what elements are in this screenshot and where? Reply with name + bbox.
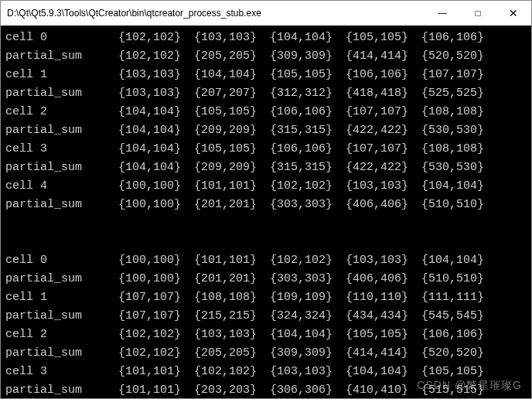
cell-value: {309,309} [270, 344, 346, 363]
close-button[interactable]: ✕ [496, 1, 531, 26]
cell-value: {106,106} [270, 140, 346, 159]
row-label: partial_sum [5, 196, 118, 214]
cell-value: {107,107} [421, 66, 497, 84]
cell-value: {105,105} [194, 140, 270, 159]
row-label: partial_sum [5, 159, 118, 177]
cell-value: {406,406} [346, 196, 421, 214]
row-label: partial_sum [5, 381, 118, 398]
cell-value: {102,102} [118, 29, 194, 47]
window-title: D:\Qt\Qt5.9.3\Tools\QtCreator\bin\qtcrea… [7, 8, 425, 19]
cell-value: {303,303} [270, 196, 346, 214]
window-controls: — □ ✕ [425, 1, 531, 26]
cell-value: {102,102} [118, 344, 194, 363]
cell-value: {105,105} [270, 66, 346, 84]
app-window: D:\Qt\Qt5.9.3\Tools\QtCreator\bin\qtcrea… [0, 0, 532, 399]
cell-value: {110,110} [346, 288, 421, 307]
row-values: {104,104}{105,105}{106,106}{107,107}{108… [118, 103, 497, 121]
cell-value: {100,100} [118, 196, 194, 214]
row-values: {100,100}{101,101}{102,102}{103,103}{104… [118, 251, 497, 270]
row-label: partial_sum [5, 307, 118, 326]
output-row: cell 1{107,107}{108,108}{109,109}{110,11… [5, 288, 527, 307]
output-row: cell 1{103,103}{104,104}{105,105}{106,10… [5, 66, 527, 84]
cell-value: {107,107} [118, 307, 194, 326]
cell-value: {303,303} [270, 270, 346, 288]
cell-value: {105,105} [346, 326, 421, 344]
cell-value: {102,102} [270, 251, 346, 270]
cell-value: {434,434} [346, 307, 421, 326]
cell-value: {106,106} [270, 103, 346, 121]
cell-value: {203,203} [194, 381, 270, 398]
row-label: cell 4 [5, 177, 118, 196]
cell-value: {530,530} [421, 159, 497, 177]
cell-value: {414,414} [346, 47, 421, 66]
output-row: partial_sum{102,102}{205,205}{309,309}{4… [5, 47, 527, 66]
cell-value: {205,205} [194, 344, 270, 363]
cell-value: {108,108} [421, 103, 497, 121]
cell-value: {103,103} [346, 251, 421, 270]
cell-value: {102,102} [118, 47, 194, 66]
cell-value: {309,309} [270, 47, 346, 66]
cell-value: {530,530} [421, 121, 497, 140]
output-row: partial_sum{100,100}{201,201}{303,303}{4… [5, 270, 527, 288]
output-row: partial_sum{103,103}{207,207}{312,312}{4… [5, 84, 527, 103]
row-label: partial_sum [5, 121, 118, 140]
maximize-button[interactable]: □ [460, 1, 496, 26]
row-values: {102,102}{205,205}{309,309}{414,414}{520… [118, 344, 497, 363]
cell-value: {520,520} [421, 344, 497, 363]
row-values: {100,100}{101,101}{102,102}{103,103}{104… [118, 177, 497, 196]
row-values: {103,103}{207,207}{312,312}{418,418}{525… [118, 84, 497, 103]
row-values: {107,107}{215,215}{324,324}{434,434}{545… [118, 307, 497, 326]
cell-value: {109,109} [270, 288, 346, 307]
cell-value: {101,101} [118, 381, 194, 398]
row-values: {102,102}{205,205}{309,309}{414,414}{520… [118, 47, 497, 66]
row-values: {103,103}{104,104}{105,105}{106,106}{107… [118, 66, 497, 84]
cell-value: {104,104} [118, 140, 194, 159]
cell-value: {201,201} [194, 270, 270, 288]
output-row: cell 4{100,100}{101,101}{102,102}{103,10… [5, 177, 527, 196]
row-values: {104,104}{209,209}{315,315}{422,422}{530… [118, 159, 497, 177]
cell-value: {406,406} [346, 270, 421, 288]
output-row: partial_sum{100,100}{201,201}{303,303}{4… [5, 196, 527, 214]
cell-value: {510,510} [421, 270, 497, 288]
cell-value: {520,520} [421, 47, 497, 66]
console-output[interactable]: cell 0{102,102}{103,103}{104,104}{105,10… [1, 26, 531, 398]
minimize-button[interactable]: — [425, 1, 460, 26]
cell-value: {422,422} [346, 121, 421, 140]
cell-value: {215,215} [194, 307, 270, 326]
cell-value: {106,106} [346, 66, 421, 84]
output-row: cell 3{104,104}{105,105}{106,106}{107,10… [5, 140, 527, 159]
cell-value: {102,102} [194, 363, 270, 381]
cell-value: {100,100} [118, 270, 194, 288]
output-row: cell 2{102,102}{103,103}{104,104}{105,10… [5, 326, 527, 344]
cell-value: {324,324} [270, 307, 346, 326]
cell-value: {108,108} [421, 140, 497, 159]
cell-value: {106,106} [421, 29, 497, 47]
cell-value: {108,108} [194, 288, 270, 307]
output-row: cell 2{104,104}{105,105}{106,106}{107,10… [5, 103, 527, 121]
cell-value: {207,207} [194, 84, 270, 103]
cell-value: {104,104} [270, 29, 346, 47]
cell-value: {209,209} [194, 159, 270, 177]
cell-value: {103,103} [194, 326, 270, 344]
row-label: cell 1 [5, 288, 118, 307]
titlebar[interactable]: D:\Qt\Qt5.9.3\Tools\QtCreator\bin\qtcrea… [1, 1, 531, 26]
cell-value: {105,105} [194, 103, 270, 121]
cell-value: {100,100} [118, 251, 194, 270]
cell-value: {105,105} [346, 29, 421, 47]
cell-value: {104,104} [346, 363, 421, 381]
cell-value: {103,103} [270, 363, 346, 381]
cell-value: {315,315} [270, 121, 346, 140]
row-label: partial_sum [5, 270, 118, 288]
cell-value: {306,306} [270, 381, 346, 398]
cell-value: {102,102} [118, 326, 194, 344]
blank-line [5, 214, 527, 233]
row-values: {104,104}{209,209}{315,315}{422,422}{530… [118, 121, 497, 140]
cell-value: {104,104} [118, 121, 194, 140]
cell-value: {101,101} [194, 177, 270, 196]
cell-value: {107,107} [346, 140, 421, 159]
cell-value: {107,107} [346, 103, 421, 121]
row-values: {104,104}{105,105}{106,106}{107,107}{108… [118, 140, 497, 159]
blank-line [5, 233, 527, 251]
cell-value: {100,100} [118, 177, 194, 196]
cell-value: {104,104} [270, 326, 346, 344]
